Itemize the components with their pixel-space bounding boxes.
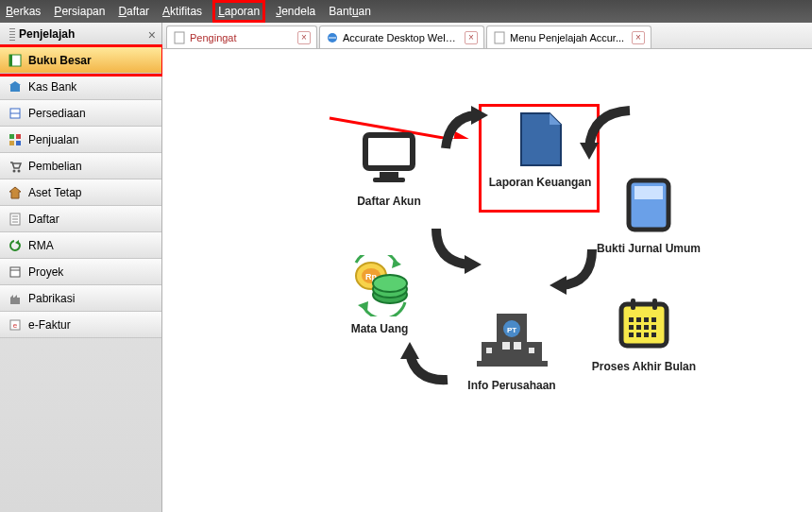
flow-laporan-keuangan[interactable]: Laporan Keuangan [483,106,597,189]
tab-bar: Pengingat × Accurate Desktop Welcome... … [162,23,812,49]
list-icon [8,212,23,227]
sidebar-item-kas-bank[interactable]: Kas Bank [0,74,161,100]
tab-label: Menu Penjelajah Accur... [510,32,626,43]
svg-rect-8 [9,141,14,145]
svg-rect-59 [629,325,634,330]
svg-rect-53 [631,299,635,310]
svg-rect-7 [16,134,21,139]
svg-rect-45 [477,361,548,367]
svg-rect-63 [629,333,634,337]
journal-icon [616,172,682,238]
svg-marker-71 [400,342,419,359]
svg-marker-70 [550,276,567,295]
sidebar-title: Penjelajah [19,27,75,41]
menu-daftar[interactable]: Daftar [118,5,149,18]
svg-rect-60 [636,325,641,330]
svg-rect-9 [16,141,21,145]
tab-close-icon[interactable]: × [297,31,311,44]
svg-rect-33 [634,186,663,199]
svg-rect-51 [529,348,534,353]
svg-rect-29 [365,135,413,168]
sidebar-item-label: e-Faktur [28,318,71,332]
svg-rect-50 [486,348,492,353]
flow-info-perusahaan[interactable]: PT Info Perusahaan [450,299,573,392]
sidebar-item-label: Persediaan [28,107,86,120]
flow-mata-uang[interactable]: Rp Mata Uang [332,252,427,335]
svg-rect-56 [636,317,641,322]
svg-marker-67 [465,255,482,274]
menu-aktifitas[interactable]: Aktifitas [162,5,202,18]
svg-rect-27 [495,32,504,43]
sidebar-item-label: Buku Besar [28,54,92,67]
book-icon [8,53,23,68]
svg-rect-31 [373,178,405,182]
ie-icon [326,31,339,44]
svg-marker-22 [14,295,17,298]
sidebar-item-pembelian[interactable]: Pembelian [0,153,161,179]
report-icon [507,106,573,172]
flow-arrow-1 [427,219,493,276]
tab-pengingat[interactable]: Pengingat × [166,26,317,48]
sidebar-item-label: Penjualan [28,133,78,146]
flow-label: Proses Akhir Bulan [583,360,705,373]
tab-label: Pengingat [190,32,292,43]
svg-text:e: e [13,321,18,330]
svg-marker-12 [9,187,21,198]
flow-canvas: Daftar Akun Laporan Keuangan Bukti Jurna… [162,49,812,512]
company-icon: PT [469,299,554,375]
flow-bukti-jurnal[interactable]: Bukti Jurnal Umum [592,172,705,255]
asset-icon [8,185,23,200]
efaktur-icon: e [8,317,23,333]
svg-rect-66 [651,333,656,337]
menu-laporan[interactable]: Laporan [215,3,262,20]
flow-proses-akhir[interactable]: Proses Akhir Bulan [583,290,705,373]
currency-icon: Rp [342,252,417,318]
menu-jendela[interactable]: Jendela [276,5,315,18]
sales-icon [8,132,23,147]
svg-rect-54 [652,299,657,310]
sidebar-item-pabrikasi[interactable]: Pabrikasi [0,285,161,312]
sidebar-item-proyek[interactable]: Proyek [0,259,161,285]
sidebar-nav: Buku Besar Kas Bank Persediaan Penjualan… [0,47,161,338]
main-area: Pengingat × Accurate Desktop Welcome... … [162,23,812,512]
menu-berkas[interactable]: Berkas [6,5,41,18]
sidebar-item-daftar[interactable]: Daftar [0,206,161,232]
svg-marker-3 [9,81,21,85]
sidebar-item-rma[interactable]: RMA [0,232,161,259]
flow-daftar-akun[interactable]: Daftar Akun [342,125,436,208]
svg-rect-58 [651,317,656,322]
tab-penjelajah[interactable]: Menu Penjelajah Accur... × [486,26,651,48]
sidebar-item-label: Proyek [28,265,63,279]
sidebar-item-label: Aset Tetap [28,186,81,199]
svg-rect-64 [636,333,641,337]
calendar-icon [611,290,677,356]
flow-label: Bukti Jurnal Umum [592,242,705,255]
svg-rect-62 [651,325,656,330]
tab-close-icon[interactable]: × [465,31,478,44]
cart-icon [8,159,23,174]
flow-label: Info Perusahaan [450,379,573,392]
doc-icon [493,31,506,44]
tab-close-icon[interactable]: × [632,31,645,44]
svg-rect-6 [9,134,14,139]
sidebar-header: Penjelajah × [0,23,161,47]
sidebar: Penjelajah × Buku Besar Kas Bank Persedi… [0,23,162,512]
menu-persiapan[interactable]: Persiapan [54,5,105,18]
svg-rect-48 [502,342,510,350]
sidebar-close-icon[interactable]: × [148,27,156,43]
svg-point-39 [373,275,407,292]
sidebar-item-efaktur[interactable]: e e-Faktur [0,312,161,338]
sidebar-item-aset-tetap[interactable]: Aset Tetap [0,179,161,206]
flow-label: Daftar Akun [342,195,436,208]
svg-rect-57 [644,317,649,322]
sidebar-item-label: RMA [28,239,54,252]
sidebar-item-penjualan[interactable]: Penjualan [0,127,161,153]
menubar: Berkas Persiapan Daftar Aktifitas Lapora… [0,0,812,23]
monitor-icon [351,125,427,191]
menu-bantuan[interactable]: Bantuan [329,5,371,18]
sidebar-item-persediaan[interactable]: Persediaan [0,100,161,127]
doc-icon [173,31,186,44]
tab-welcome[interactable]: Accurate Desktop Welcome... × [319,26,484,48]
sidebar-item-buku-besar[interactable]: Buku Besar [0,47,161,74]
sidebar-item-label: Pabrikasi [28,292,75,305]
